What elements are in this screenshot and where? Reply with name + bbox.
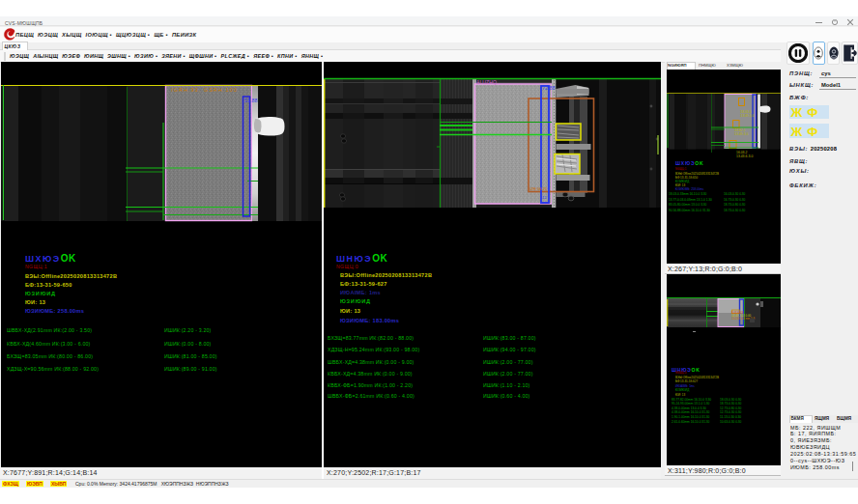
svg-text:12: 12 — [542, 195, 547, 200]
svg-text:IZR:56.21: IZR:56.21 — [529, 186, 548, 191]
svg-text:AI UZHQ: AI UZHQ — [476, 79, 497, 85]
svg-text:13.49-1.0: 13.49-1.0 — [740, 113, 754, 117]
svg-text:IGRH:93, GSRH:100: IGRH:93, GSRH:100 — [171, 87, 238, 93]
svg-text:13.43-6.3-0: 13.43-6.3-0 — [736, 154, 753, 157]
svg-text:13.49-3.0: 13.49-3.0 — [734, 131, 748, 135]
svg-text:72.88: 72.88 — [542, 85, 556, 91]
svg-text:53.88: 53.88 — [244, 98, 258, 103]
